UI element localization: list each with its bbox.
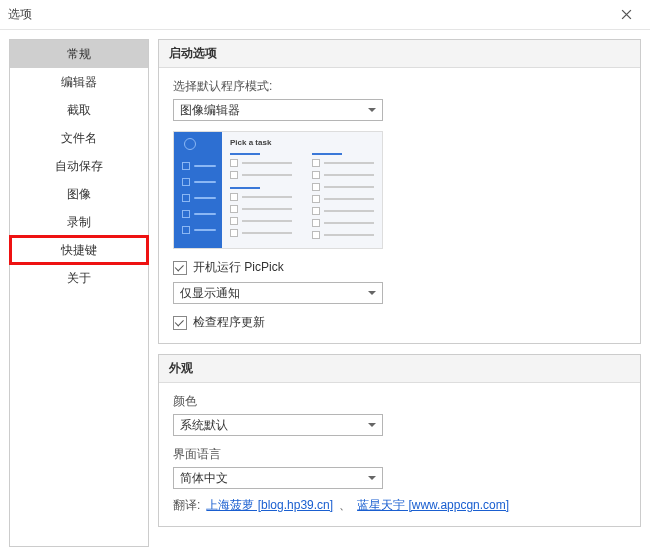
close-button[interactable] xyxy=(610,4,642,26)
sidebar-item-label: 自动保存 xyxy=(55,158,103,175)
sidebar-item-filename[interactable]: 文件名 xyxy=(10,124,148,152)
chevron-down-icon xyxy=(368,108,376,112)
chevron-down-icon xyxy=(368,291,376,295)
content: 常规 编辑器 截取 文件名 自动保存 图像 录制 快捷键 关于 启动选项 选择默… xyxy=(0,30,650,556)
sidebar-item-label: 图像 xyxy=(67,186,91,203)
check-update-row: 检查程序更新 xyxy=(173,314,626,331)
sidebar-item-label: 关于 xyxy=(67,270,91,287)
sidebar-item-label: 编辑器 xyxy=(61,74,97,91)
panel-startup: 启动选项 选择默认程序模式: 图像编辑器 xyxy=(158,39,641,344)
translator-link-1[interactable]: 上海菠萝 [blog.hp39.cn] xyxy=(206,497,333,514)
select-value: 图像编辑器 xyxy=(180,102,240,119)
titlebar: 选项 xyxy=(0,0,650,30)
sidebar-item-record[interactable]: 录制 xyxy=(10,208,148,236)
panel-appearance: 外观 颜色 系统默认 界面语言 简体中文 翻译: 上海菠萝 [blog.hp39… xyxy=(158,354,641,527)
sidebar-item-capture[interactable]: 截取 xyxy=(10,96,148,124)
check-update-label: 检查程序更新 xyxy=(193,314,265,331)
sidebar: 常规 编辑器 截取 文件名 自动保存 图像 录制 快捷键 关于 xyxy=(9,39,149,547)
sidebar-item-hotkeys[interactable]: 快捷键 xyxy=(10,236,148,264)
run-on-boot-checkbox[interactable] xyxy=(173,261,187,275)
panel-header-startup: 启动选项 xyxy=(159,40,640,68)
sidebar-item-label: 截取 xyxy=(67,102,91,119)
panel-body-appearance: 颜色 系统默认 界面语言 简体中文 翻译: 上海菠萝 [blog.hp39.cn… xyxy=(159,383,640,526)
select-value: 仅显示通知 xyxy=(180,285,240,302)
sidebar-item-about[interactable]: 关于 xyxy=(10,264,148,292)
language-label: 界面语言 xyxy=(173,446,626,463)
run-on-boot-row: 开机运行 PicPick xyxy=(173,259,626,276)
sidebar-item-image[interactable]: 图像 xyxy=(10,180,148,208)
sidebar-item-label: 常规 xyxy=(67,46,91,63)
preview-title: Pick a task xyxy=(230,138,374,147)
select-value: 系统默认 xyxy=(180,417,228,434)
default-mode-select[interactable]: 图像编辑器 xyxy=(173,99,383,121)
color-select[interactable]: 系统默认 xyxy=(173,414,383,436)
sidebar-item-autosave[interactable]: 自动保存 xyxy=(10,152,148,180)
translator-link-2[interactable]: 蓝星天宇 [www.appcgn.com] xyxy=(357,497,509,514)
translate-label: 翻译: xyxy=(173,497,200,514)
panel-body-startup: 选择默认程序模式: 图像编辑器 Pick a task xyxy=(159,68,640,343)
panel-header-appearance: 外观 xyxy=(159,355,640,383)
mode-preview-image: Pick a task xyxy=(173,131,383,249)
window-title: 选项 xyxy=(8,6,32,23)
chevron-down-icon xyxy=(368,476,376,480)
check-update-checkbox[interactable] xyxy=(173,316,187,330)
sidebar-item-editor[interactable]: 编辑器 xyxy=(10,68,148,96)
sidebar-item-label: 快捷键 xyxy=(61,242,97,259)
main: 启动选项 选择默认程序模式: 图像编辑器 xyxy=(155,30,650,556)
translator-sep: 、 xyxy=(339,497,351,514)
color-label: 颜色 xyxy=(173,393,626,410)
sidebar-item-label: 录制 xyxy=(67,214,91,231)
default-mode-label: 选择默认程序模式: xyxy=(173,78,626,95)
language-select[interactable]: 简体中文 xyxy=(173,467,383,489)
select-value: 简体中文 xyxy=(180,470,228,487)
sidebar-item-general[interactable]: 常规 xyxy=(10,40,148,68)
close-icon xyxy=(621,9,632,20)
sidebar-item-label: 文件名 xyxy=(61,130,97,147)
chevron-down-icon xyxy=(368,423,376,427)
run-on-boot-label: 开机运行 PicPick xyxy=(193,259,284,276)
notify-mode-select[interactable]: 仅显示通知 xyxy=(173,282,383,304)
translation-credits: 翻译: 上海菠萝 [blog.hp39.cn]、蓝星天宇 [www.appcgn… xyxy=(173,497,626,514)
